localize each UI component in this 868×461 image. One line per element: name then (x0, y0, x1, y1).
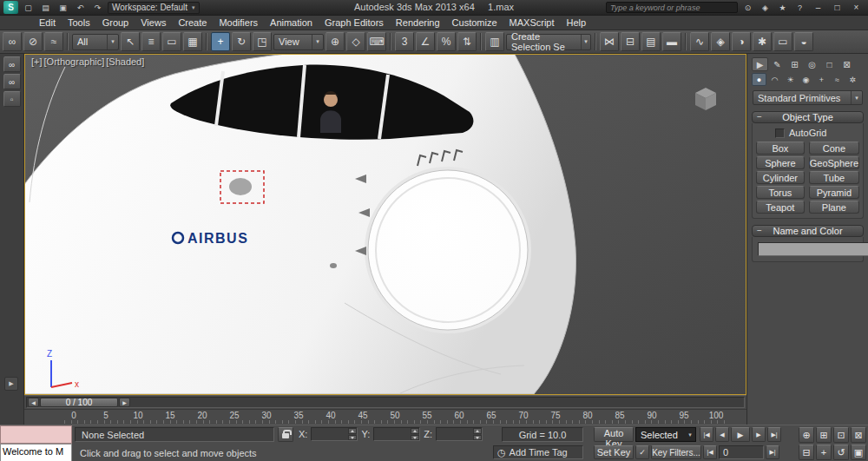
menu-customize[interactable]: Customize (446, 16, 503, 29)
zoom-all-button[interactable]: ⊞ (816, 427, 832, 443)
named-selection-sets-dropdown[interactable]: Create Selection Se ▾ (506, 34, 591, 50)
viewport-menu-plus[interactable]: [+] (30, 56, 43, 67)
tab-modify[interactable]: ✎ (769, 57, 786, 71)
communication-center-button[interactable]: ◈ (758, 2, 773, 14)
docked-link-button[interactable]: ∞ (3, 56, 21, 72)
object-name-input[interactable] (758, 242, 868, 256)
search-button[interactable]: ⊙ (740, 2, 755, 14)
rectangular-selection-region-button[interactable]: ▭ (162, 32, 181, 51)
viewport-menu-shading[interactable]: [Shaded] (105, 56, 145, 67)
workspace-dropdown[interactable]: Workspace: Default ▾ (108, 2, 200, 14)
key-filter-toggle[interactable]: ✓ (635, 445, 649, 459)
viewport-menu-view[interactable]: [Orthographic] (43, 56, 106, 67)
category-helpers[interactable]: + (814, 73, 829, 86)
orbit-button[interactable]: ↺ (833, 445, 849, 460)
tab-create[interactable]: ▶ (752, 57, 768, 71)
curve-editor-button[interactable]: ∿ (690, 32, 709, 51)
open-file-button[interactable]: ▤ (38, 2, 53, 14)
select-by-name-button[interactable]: ≡ (141, 32, 161, 51)
select-and-move-button[interactable]: + (211, 32, 230, 51)
auto-key-button[interactable]: Auto Key (594, 427, 634, 442)
maxscript-mini-listener[interactable]: Welcome to M (0, 444, 72, 461)
category-space-warps[interactable]: ≈ (830, 73, 845, 86)
play-animation-button[interactable]: ▶ (731, 427, 750, 442)
go-to-end-button[interactable]: ▶| (767, 427, 781, 442)
zoom-extents-all-button[interactable]: ⊠ (851, 427, 866, 443)
layer-manager-button[interactable]: ▤ (641, 32, 661, 51)
time-slider-handle[interactable]: 0 / 100 (40, 398, 118, 407)
menu-edit[interactable]: Edit (33, 16, 62, 29)
menu-maxscript[interactable]: MAXScript (503, 16, 561, 29)
category-lights[interactable]: ☀ (783, 73, 798, 86)
zoom-region-button[interactable]: ⊟ (799, 445, 814, 460)
category-systems[interactable]: ✲ (845, 73, 860, 86)
application-menu-button[interactable]: S (3, 1, 18, 14)
zoom-button[interactable]: ⊕ (799, 427, 814, 443)
autogrid-checkbox[interactable] (775, 128, 785, 138)
create-plane-button[interactable]: Plane (809, 201, 859, 214)
spinner-icon[interactable] (473, 428, 482, 440)
rendered-frame-window-button[interactable]: ▭ (773, 32, 792, 51)
next-frame-button[interactable]: ▶ (752, 427, 766, 442)
docked-bind-button[interactable]: ∞ (3, 74, 21, 89)
go-to-start-button[interactable]: |◀ (700, 427, 713, 442)
redo-button[interactable]: ↷ (90, 2, 105, 14)
create-torus-button[interactable]: Torus (756, 186, 805, 199)
create-tube-button[interactable]: Tube (809, 171, 859, 184)
minimize-button[interactable]: – (810, 2, 826, 14)
window-crossing-toggle[interactable]: ▦ (183, 32, 202, 51)
previous-frame-button[interactable]: ◀ (715, 427, 729, 442)
tab-hierarchy[interactable]: ⊞ (786, 57, 803, 71)
close-button[interactable]: × (848, 2, 865, 14)
menu-graph-editors[interactable]: Graph Editors (319, 16, 390, 29)
category-geometry[interactable]: ● (752, 73, 766, 86)
tab-motion[interactable]: ◎ (804, 57, 820, 71)
menu-create[interactable]: Create (172, 16, 213, 29)
ribbon-toggle-button[interactable]: ▬ (662, 32, 681, 51)
select-and-scale-button[interactable]: ◳ (253, 32, 272, 51)
macro-recorder-listener[interactable] (0, 425, 72, 444)
new-scene-button[interactable]: ▢ (21, 2, 36, 14)
create-box-button[interactable]: Box (756, 142, 805, 155)
expand-toolbar-button[interactable]: ▶ (4, 377, 18, 391)
percent-snap-toggle[interactable]: % (437, 32, 456, 51)
snaps-toggle-button[interactable]: 3 (395, 32, 414, 51)
select-object-button[interactable]: ↖ (121, 32, 140, 51)
previous-frame-slider-button[interactable]: ◀ (28, 398, 39, 407)
bind-to-space-warp-button[interactable]: ≈ (44, 32, 63, 51)
pan-button[interactable]: + (816, 445, 832, 460)
menu-help[interactable]: Help (561, 16, 593, 29)
select-and-manipulate-button[interactable]: ◇ (346, 32, 365, 51)
schematic-view-button[interactable]: ◈ (711, 32, 730, 51)
reference-coordinate-dropdown[interactable]: View ▾ (273, 34, 324, 50)
create-cylinder-button[interactable]: Cylinder (756, 171, 805, 184)
maximize-button[interactable]: □ (829, 2, 845, 14)
mirror-button[interactable]: ⋈ (600, 32, 619, 51)
viewport[interactable]: [+] [Orthographic] [Shaded] (24, 54, 746, 395)
select-and-rotate-button[interactable]: ↻ (232, 32, 251, 51)
save-file-button[interactable]: ▣ (56, 2, 70, 14)
align-button[interactable]: ⊟ (621, 32, 640, 51)
menu-modifiers[interactable]: Modifiers (213, 16, 264, 29)
keyboard-shortcut-override-button[interactable]: ⌨ (367, 32, 386, 51)
spinner-snap-toggle[interactable]: ⇅ (457, 32, 477, 51)
menu-group[interactable]: Group (96, 16, 135, 29)
create-sphere-button[interactable]: Sphere (756, 156, 805, 169)
category-cameras[interactable]: ◉ (799, 73, 813, 86)
tab-utilities[interactable]: ⊠ (838, 57, 855, 71)
help-button[interactable]: ? (792, 2, 807, 14)
undo-button[interactable]: ↶ (73, 2, 88, 14)
current-frame-input[interactable] (719, 445, 764, 459)
zoom-extents-button[interactable]: ⊡ (833, 427, 849, 443)
create-geosphere-button[interactable]: GeoSphere (809, 156, 859, 169)
set-key-button[interactable]: Set Key (594, 445, 634, 459)
object-type-rollout-header[interactable]: − Object Type (752, 111, 864, 123)
menu-tools[interactable]: Tools (62, 16, 96, 29)
time-slider-track[interactable]: ◀ 0 / 100 ▶ (26, 397, 745, 408)
angle-snap-toggle[interactable]: ∠ (416, 32, 435, 51)
material-editor-button[interactable]: ◑ (732, 32, 751, 51)
next-frame-slider-button[interactable]: ▶ (119, 398, 130, 407)
use-pivot-center-button[interactable]: ⊕ (326, 32, 345, 51)
step-back-button[interactable]: |◀ (703, 445, 717, 459)
select-and-link-button[interactable]: ∞ (3, 32, 22, 51)
